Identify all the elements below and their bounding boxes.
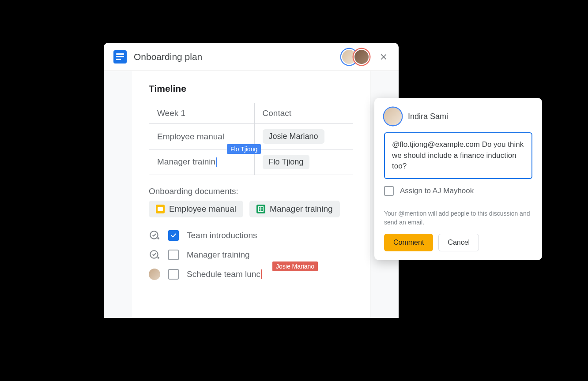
avatar-collaborator-2[interactable] <box>354 49 369 65</box>
doc-chip-manager-training[interactable]: Manager training <box>249 201 340 217</box>
assign-label: Assign to AJ Mayhook <box>400 187 474 195</box>
slides-icon <box>156 205 165 213</box>
docs-icon <box>113 50 127 64</box>
collaborator-avatars <box>345 49 369 65</box>
comment-textarea[interactable]: @flo.tjiong@example.com Do you think we … <box>384 132 532 179</box>
assignee-avatar[interactable] <box>149 269 160 280</box>
close-icon[interactable] <box>378 52 389 62</box>
collaborator-cursor-red <box>261 269 262 279</box>
comment-author-row: Indira Sami <box>384 108 532 125</box>
comment-author-avatar[interactable] <box>384 108 402 125</box>
checklist-label: Team introductions <box>187 231 257 240</box>
comment-button-row: Comment Cancel <box>384 234 532 251</box>
list-item: Team introductions <box>149 230 353 241</box>
comment-panel: Indira Sami @flo.tjiong@example.com Do y… <box>374 98 542 260</box>
checklist-label: Manager training <box>187 250 250 260</box>
list-item: Manager training <box>149 249 353 261</box>
table-cell-manager-training[interactable]: Manager trainin Flo Tjiong <box>149 149 255 175</box>
checklist-label: Schedule team lunc <box>187 269 262 280</box>
section-title: Timeline <box>149 83 353 94</box>
docs-subheading: Onboarding documents: <box>149 187 353 196</box>
table-cell-contact-1[interactable]: Josie Mariano <box>254 124 353 149</box>
comment-button[interactable]: Comment <box>384 234 433 251</box>
checkbox-team-introductions[interactable] <box>168 230 179 241</box>
doc-title: Onboarding plan <box>134 52 202 62</box>
assign-icon[interactable] <box>149 230 160 241</box>
doc-chips-row: Employee manual Manager training <box>149 201 353 217</box>
doc-page[interactable]: Timeline Week 1 Contact Employee manual … <box>132 71 370 318</box>
table-header-week: Week 1 <box>149 103 255 124</box>
checkbox-manager-training[interactable] <box>168 250 179 260</box>
doc-chip-employee-manual[interactable]: Employee manual <box>149 201 243 217</box>
table-cell-contact-2[interactable]: Flo Tjiong <box>254 149 353 175</box>
mention-hint: Your @mention will add people to this di… <box>384 209 532 227</box>
doc-window: Onboarding plan Timeline Week 1 Contact … <box>104 43 399 318</box>
collaborator-cursor-blue <box>216 157 217 167</box>
sheets-icon <box>256 205 265 213</box>
assign-icon[interactable] <box>149 249 160 261</box>
doc-header: Onboarding plan <box>104 43 399 71</box>
contact-chip-josie[interactable]: Josie Mariano <box>263 129 324 144</box>
assign-row: Assign to AJ Mayhook <box>384 186 532 203</box>
svg-point-2 <box>150 231 158 239</box>
comment-author-name: Indira Sami <box>408 112 448 121</box>
cancel-button[interactable]: Cancel <box>438 234 479 251</box>
table-header-contact: Contact <box>254 103 353 124</box>
list-item: Schedule team lunc Josie Mariano <box>149 269 353 280</box>
assign-checkbox[interactable] <box>384 186 394 196</box>
doc-body: Timeline Week 1 Contact Employee manual … <box>104 71 399 318</box>
timeline-table[interactable]: Week 1 Contact Employee manual Josie Mar… <box>149 103 353 175</box>
cursor-tag-flo: Flo Tjiong <box>227 144 261 154</box>
contact-chip-flo[interactable]: Flo Tjiong <box>263 155 310 169</box>
checkbox-schedule-lunch[interactable] <box>168 269 179 280</box>
cursor-tag-josie: Josie Mariano <box>272 261 318 271</box>
checklist: Team introductions Manager training Sche… <box>149 230 353 280</box>
svg-point-5 <box>150 250 158 258</box>
